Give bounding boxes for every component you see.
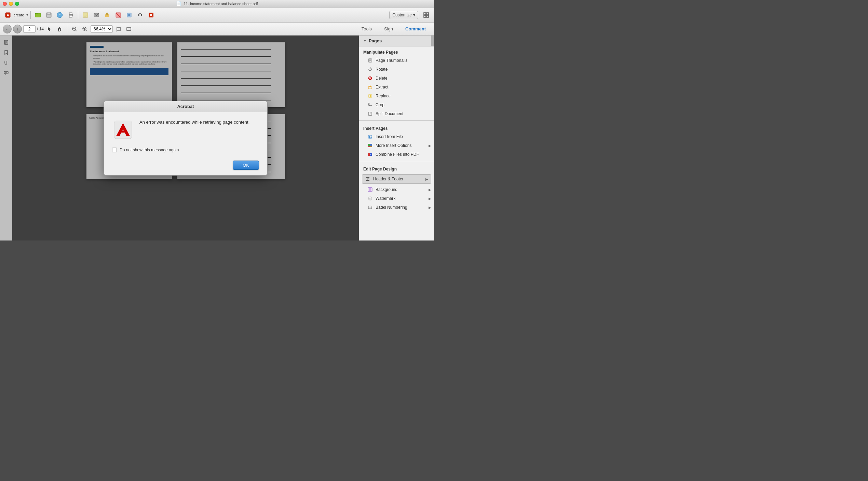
svg-rect-81 — [366, 180, 369, 181]
close-button[interactable] — [3, 2, 7, 6]
header-footer-button[interactable]: Header & Footer ▶ — [362, 174, 431, 184]
panel-header: ▼ Pages — [359, 36, 434, 46]
fit-page-button[interactable] — [114, 25, 123, 33]
expand-icon[interactable] — [421, 10, 431, 20]
header-footer-arrow: ▶ — [425, 177, 428, 181]
more-insert-icon — [367, 143, 373, 148]
tab-sign[interactable]: Sign — [379, 24, 398, 33]
links-icon[interactable] — [135, 10, 145, 20]
extract-item[interactable]: Extract — [359, 83, 434, 92]
rotate-item[interactable]: Rotate — [359, 65, 434, 74]
delete-item[interactable]: Delete — [359, 74, 434, 83]
header-footer-icon — [365, 176, 370, 182]
svg-line-34 — [76, 30, 77, 31]
customize-label: Customize — [392, 13, 412, 17]
attachments-icon[interactable] — [2, 59, 10, 67]
bookmarks-icon[interactable] — [2, 49, 10, 57]
select-tool[interactable] — [45, 25, 54, 33]
nav-bar: ← ↓ 2 / 14 66.4% 50% 75% 100% 125% 150% … — [0, 23, 434, 36]
redact-icon[interactable] — [113, 10, 123, 20]
pdf-title-icon: 📄 — [176, 1, 181, 6]
svg-rect-28 — [424, 13, 426, 15]
nav-right-tabs: Tools Sign Comment — [356, 24, 431, 33]
create-label: create — [14, 13, 24, 17]
create-arrow[interactable]: ▾ — [26, 13, 28, 17]
edit-page-design-title: Edit Page Design — [359, 163, 434, 173]
comments-icon[interactable] — [2, 69, 10, 77]
sep1 — [30, 11, 31, 19]
window-title: 11. Income statement and balance sheet.p… — [184, 2, 258, 6]
zoom-in-button[interactable] — [80, 25, 89, 33]
scan-icon[interactable] — [124, 10, 134, 20]
scroll-thumb[interactable] — [431, 36, 434, 46]
svg-point-22 — [128, 14, 130, 16]
stamp-icon[interactable] — [102, 10, 112, 20]
insert-from-file-label: Insert from File — [376, 134, 403, 139]
close-overlay-icon[interactable] — [146, 10, 156, 20]
svg-rect-5 — [48, 13, 50, 14]
svg-rect-30 — [424, 15, 426, 17]
upload-icon[interactable]: ↑ — [55, 10, 65, 20]
header-footer-label: Header & Footer — [373, 177, 404, 181]
insert-pages-title: Insert Pages — [359, 123, 434, 132]
main-layout: The Income Statement • The profit or los… — [0, 36, 434, 240]
bates-numbering-item[interactable]: 123 Bates Numbering ▶ — [359, 203, 434, 212]
save-icon[interactable] — [44, 10, 54, 20]
maximize-button[interactable] — [15, 2, 19, 6]
edit-icon[interactable] — [80, 10, 91, 20]
panel-collapse-icon[interactable]: ▼ — [363, 39, 367, 43]
replace-item[interactable]: Replace — [359, 92, 434, 100]
page-thumbnails-item[interactable]: Page Thumbnails — [359, 56, 434, 65]
svg-text:W: W — [369, 198, 371, 200]
svg-text:123: 123 — [369, 206, 372, 208]
tab-comment[interactable]: Comment — [400, 24, 431, 33]
title-bar-text: 📄 11. Income statement and balance sheet… — [176, 1, 258, 6]
svg-rect-75 — [368, 146, 370, 147]
down-button[interactable]: ↓ — [13, 25, 22, 33]
print-icon[interactable] — [66, 10, 76, 20]
combine-files-icon — [367, 152, 373, 157]
zoom-select[interactable]: 66.4% 50% 75% 100% 125% 150% — [91, 25, 113, 33]
page-thumbnails-icon — [367, 58, 373, 63]
dialog-title: Acrobat — [177, 104, 194, 109]
svg-rect-17 — [105, 14, 109, 17]
svg-point-72 — [369, 136, 370, 137]
dialog-checkbox-area: Do not show this message again — [104, 148, 267, 158]
background-item[interactable]: Background ▶ — [359, 185, 434, 194]
dialog-title-bar: Acrobat — [104, 101, 267, 112]
dialog-body: An error was encountered while retrievin… — [104, 112, 267, 148]
page-input[interactable]: 2 — [23, 25, 36, 33]
divider-2 — [359, 161, 434, 161]
insert-from-file-item[interactable]: Insert from File — [359, 132, 434, 141]
customize-button[interactable]: Customize ▾ — [389, 11, 418, 19]
no-show-checkbox[interactable] — [112, 148, 117, 152]
back-button[interactable]: ← — [3, 25, 12, 33]
tab-tools[interactable]: Tools — [356, 24, 377, 33]
more-insert-options-item[interactable]: More Insert Options ▶ — [359, 141, 434, 150]
title-bar: 📄 11. Income statement and balance sheet… — [0, 0, 434, 8]
delete-label: Delete — [376, 76, 388, 81]
dialog-footer: OK — [104, 158, 267, 175]
dialog-acrobat-icon — [112, 119, 134, 141]
combine-files-item[interactable]: Combine Files into PDF — [359, 150, 434, 159]
watermark-item[interactable]: W Watermark ▶ — [359, 194, 434, 203]
pages-panel-icon[interactable] — [2, 38, 10, 46]
minimize-button[interactable] — [9, 2, 13, 6]
ok-button[interactable]: OK — [233, 161, 259, 170]
svg-point-23 — [138, 14, 139, 16]
open-folder-icon[interactable] — [33, 10, 43, 20]
delete-icon — [367, 75, 373, 81]
svg-rect-3 — [35, 13, 38, 14]
hand-tool[interactable] — [55, 25, 64, 33]
create-icon[interactable]: A — [3, 10, 13, 20]
mail-icon[interactable] — [91, 10, 101, 20]
watermark-arrow: ▶ — [429, 197, 431, 201]
fit-width-button[interactable] — [124, 25, 133, 33]
split-document-item[interactable]: Split Document — [359, 109, 434, 118]
dialog-overlay: Acrobat An error was encountered while r… — [12, 36, 359, 240]
zoom-out-button[interactable] — [70, 25, 79, 33]
bates-numbering-arrow: ▶ — [429, 206, 431, 209]
crop-item[interactable]: Crop — [359, 100, 434, 109]
crop-icon — [367, 102, 373, 108]
more-insert-arrow: ▶ — [429, 144, 431, 148]
